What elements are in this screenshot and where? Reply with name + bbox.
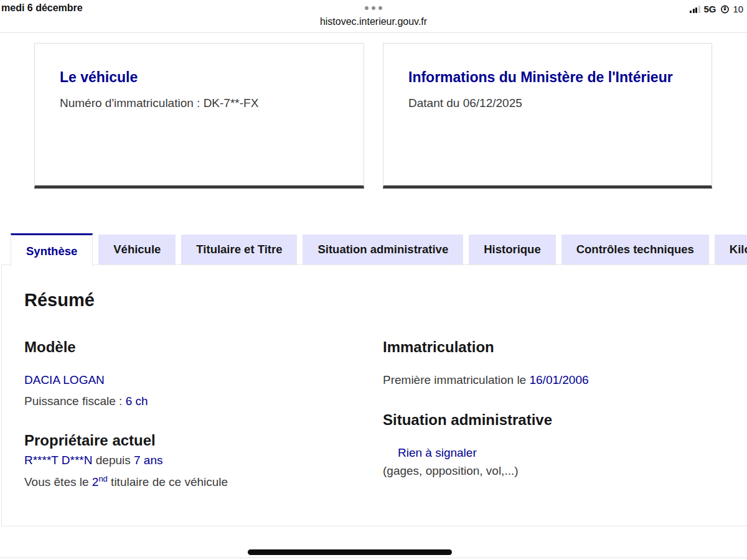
owner-heading: Propriétaire actuel bbox=[24, 432, 156, 449]
orientation-lock-icon bbox=[720, 4, 730, 14]
owner-name: R****T D***N bbox=[24, 454, 92, 467]
model-name: DACIA LOGAN bbox=[24, 371, 105, 389]
bottom-divider bbox=[0, 558, 747, 558]
owner-since-value: 7 ans bbox=[134, 454, 162, 467]
tab-historique[interactable]: Historique bbox=[469, 235, 555, 264]
battery-percent: 10 bbox=[733, 4, 744, 14]
status-bar: medi 6 décembre histovec.interieur.gouv.… bbox=[0, 0, 747, 33]
synthese-panel: Résumé Modèle DACIA LOGAN Puissance fisc… bbox=[1, 264, 747, 526]
tab-kilom-trage[interactable]: Kilométrage bbox=[715, 235, 747, 264]
fiscal-power-line: Puissance fiscale : 6 ch bbox=[24, 393, 148, 410]
status-date: medi 6 décembre bbox=[1, 2, 83, 14]
address-bar[interactable]: histovec.interieur.gouv.fr bbox=[320, 16, 427, 27]
vehicle-card-title: Le véhicule bbox=[60, 67, 329, 88]
safari-ipad-screen: medi 6 décembre histovec.interieur.gouv.… bbox=[0, 0, 747, 560]
first-registration-date: 16/01/2006 bbox=[529, 373, 588, 386]
network-type-label: 5G bbox=[704, 4, 716, 14]
holder-rank: 2nd bbox=[92, 475, 108, 488]
tab-situation-administrative[interactable]: Situation administrative bbox=[303, 235, 463, 264]
tab-overview-icon[interactable] bbox=[365, 6, 382, 10]
admin-status: Rien à signaler bbox=[398, 444, 477, 462]
home-indicator[interactable] bbox=[248, 549, 452, 555]
admin-status-note: (gages, opposition, vol,...) bbox=[383, 462, 519, 480]
vehicle-card: Le véhicule Numéro d'immatriculation : D… bbox=[34, 43, 364, 189]
status-indicators: 5G 10 bbox=[690, 4, 743, 14]
tab-titulaire-et-titre[interactable]: Titulaire et Titre bbox=[181, 235, 297, 264]
first-registration-line: Première immatriculation le 16/01/2006 bbox=[383, 371, 589, 389]
registration-heading: Immatriculation bbox=[383, 338, 494, 356]
tab-v-hicule[interactable]: Véhicule bbox=[98, 235, 176, 264]
owner-line: R****T D***N depuis 7 ans bbox=[24, 452, 163, 469]
report-date: Datant du 06/12/2025 bbox=[408, 95, 677, 112]
fiscal-power-value: 6 ch bbox=[126, 394, 148, 408]
holder-line: Vous êtes le 2nd titulaire de ce véhicul… bbox=[24, 470, 228, 491]
ministry-card-title: Informations du Ministère de l'Intérieur bbox=[408, 67, 677, 88]
admin-situation-heading: Situation administrative bbox=[383, 411, 552, 429]
tab-contr-les-techniques[interactable]: Contrôles techniques bbox=[561, 235, 709, 264]
cellular-signal-icon bbox=[690, 6, 700, 13]
page-title: Résumé bbox=[24, 290, 95, 310]
report-tabs: SynthèseVéhiculeTitulaire et TitreSituat… bbox=[11, 235, 747, 267]
tab-synth-se[interactable]: Synthèse bbox=[11, 233, 93, 267]
model-heading: Modèle bbox=[24, 338, 76, 356]
ministry-info-card: Informations du Ministère de l'Intérieur… bbox=[383, 43, 712, 189]
registration-number: Numéro d'immatriculation : DK-7**-FX bbox=[60, 95, 329, 112]
